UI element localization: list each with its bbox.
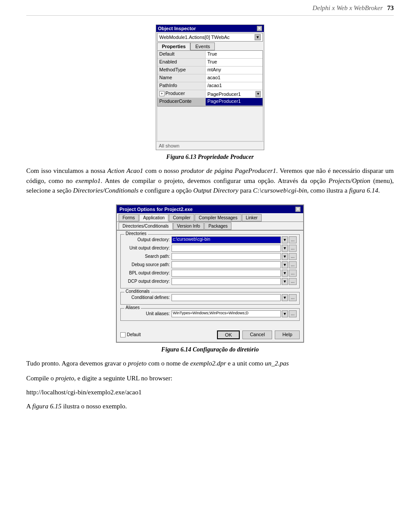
conditional-defines-browse-button[interactable]: ... [289,294,297,301]
inspector-grid: Default True Enabled True MethodType mtA… [157,50,263,106]
default-checkbox-label: Default [127,332,141,337]
producer-dropdown-icon[interactable]: ▼ [256,91,261,97]
tab-linker[interactable]: Linker [242,214,262,221]
tab-version-info[interactable]: Version Info [173,222,204,230]
help-button[interactable]: Help [275,330,300,339]
ok-button[interactable]: OK [217,330,240,339]
unit-aliases-label: Unit aliases: [123,311,172,316]
tab-packages[interactable]: Packages [204,222,231,230]
output-directory-input-group: c:\cursoweb\cgi-bin ▼ ... [172,236,297,243]
body-text-2: Tudo pronto. Agora devemos gravar o proj… [26,358,394,369]
unit-output-browse-button[interactable]: ... [289,245,297,252]
conditional-defines-input-group: ▼ ... [172,294,297,301]
debug-source-combo-icon[interactable]: ▼ [282,261,288,268]
grid-key-producer: +Producer [158,90,206,98]
grid-value-producer: PageProducer1 ▼ [206,90,262,98]
conditional-defines-combo-icon[interactable]: ▼ [282,294,288,301]
body-text-4: A figura 6.15 ilustra o nosso exemplo. [26,401,394,411]
page-number: 73 [387,4,394,12]
bpl-output-combo-icon[interactable]: ▼ [282,270,288,277]
figure-13-container: Object Inspector ✕ WebModule1.Actions[0]… [26,25,394,161]
search-path-input[interactable] [172,253,281,260]
search-path-combo-icon[interactable]: ▼ [282,253,288,260]
dropdown-arrow-icon[interactable]: ▼ [255,34,261,40]
body-text-3: Compile o projeto, e digite a seguinte U… [26,373,394,383]
tab-events[interactable]: Events [190,42,215,50]
field-bpl-output: BPL output directory: ▼ ... [123,270,297,277]
unit-aliases-input[interactable]: WinTypes=Windows;WinProcs=Windows;D [172,310,281,317]
project-options-window: Project Options for Project2.exe ✕ Forms… [116,204,304,343]
object-dropdown[interactable]: WebModule1.Actions[0] TWebAc ▼ [157,33,263,42]
search-path-browse-button[interactable]: ... [289,253,297,260]
unit-aliases-browse-button[interactable]: ... [289,310,297,317]
output-directory-combo-icon[interactable]: ▼ [282,236,288,243]
tab-directories-conditionals[interactable]: Directories/Conditionals [119,222,173,230]
debug-source-label: Debug source path: [123,262,172,267]
bpl-output-label: BPL output directory: [123,271,172,275]
bpl-output-input-group: ▼ ... [172,270,297,277]
bpl-output-browse-button[interactable]: ... [289,270,297,277]
field-debug-source: Debug source path: ▼ ... [123,261,297,268]
object-inspector-window: Object Inspector ✕ WebModule1.Actions[0]… [156,25,264,150]
grid-key-methodtype: MethodType [158,67,206,74]
project-footer: Default OK Cancel Help [117,328,303,342]
inspector-tabs: Properties Events [157,42,263,50]
tab-properties[interactable]: Properties [157,42,190,50]
debug-source-input-group: ▼ ... [172,261,297,268]
debug-source-browse-button[interactable]: ... [289,261,297,268]
field-output-directory: Output directory: c:\cursoweb\cgi-bin ▼ … [123,236,297,243]
grid-row-name: Name acao1 [158,74,262,82]
grid-value-name: acao1 [206,74,262,82]
titlebar-controls: ✕ [257,26,262,31]
directories-section: Directories Output directory: c:\cursowe… [120,234,300,288]
unit-output-label: Unit output directory: [123,246,172,250]
field-conditional-defines: Conditional defines: ▼ ... [123,294,297,301]
expand-icon[interactable]: + [159,91,164,96]
conditional-defines-label: Conditional defines: [123,295,172,300]
tab-application[interactable]: Application [139,214,168,221]
dcp-output-combo-icon[interactable]: ▼ [282,278,288,285]
url-text: http://localhost/cgi-bin/exemplo2.exe/ac… [26,389,394,396]
inspector-empty-area [157,106,263,141]
debug-source-input[interactable] [172,261,281,268]
dropdown-value: WebModule1.Actions[0] TWebAc [159,35,230,40]
tab-compiler-messages[interactable]: Compiler Messages [195,214,241,221]
field-unit-aliases: Unit aliases: WinTypes=Windows;WinProcs=… [123,310,297,317]
close-button[interactable]: ✕ [257,26,262,31]
output-directory-browse-button[interactable]: ... [289,236,297,243]
grid-key-default: Default [158,51,206,58]
grid-row-pathinfo: PathInfo /acao1 [158,82,262,90]
dcp-output-browse-button[interactable]: ... [289,278,297,285]
unit-aliases-input-group: WinTypes=Windows;WinProcs=Windows;D ▼ ..… [172,310,297,317]
bpl-output-input[interactable] [172,270,281,277]
default-checkbox[interactable] [120,332,126,337]
conditional-defines-input[interactable] [172,294,281,301]
cancel-button[interactable]: Cancel [242,330,272,339]
field-dcp-output: DCP output directory: ▼ ... [123,278,297,285]
unit-aliases-combo-icon[interactable]: ▼ [282,310,288,317]
grid-row-producerconte: ProducerConte PageProducer1 [158,98,262,106]
grid-value-enabled: True [206,59,262,66]
dcp-output-label: DCP output directory: [123,279,172,284]
grid-row-producer: +Producer PageProducer1 ▼ [158,90,262,98]
inspector-footer: All shown [156,141,264,150]
grid-key-enabled: Enabled [158,59,206,66]
field-search-path: Search path: ▼ ... [123,253,297,260]
tab-forms[interactable]: Forms [119,214,139,221]
output-directory-input[interactable]: c:\cursoweb\cgi-bin [172,236,281,243]
grid-row-enabled: Enabled True [158,59,262,67]
project-options-title: Project Options for Project2.exe [119,207,193,212]
aliases-label: Aliases [124,305,141,310]
aliases-section: Aliases Unit aliases: WinTypes=Windows;W… [120,308,300,321]
body-text-1: Com isso vinculamos a nossa Action Acao1… [26,166,394,196]
conditionals-label: Conditionals [124,289,151,294]
dcp-output-input[interactable] [172,278,281,285]
unit-output-combo-icon[interactable]: ▼ [282,245,288,252]
grid-row-default: Default True [158,51,262,59]
dialog-buttons: OK Cancel Help [217,330,300,339]
tab-compiler[interactable]: Compiler [169,214,194,221]
dcp-output-input-group: ▼ ... [172,278,297,285]
project-close-button[interactable]: ✕ [295,207,301,212]
figure-14-caption: Figura 6.14 Configuração do diretório [161,346,259,353]
unit-output-input[interactable] [172,245,281,252]
